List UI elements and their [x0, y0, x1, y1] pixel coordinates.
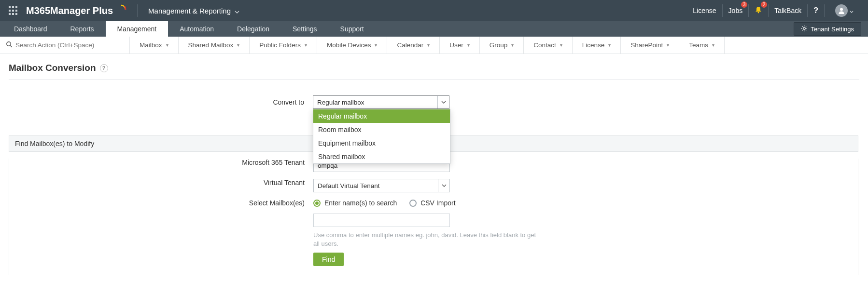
topbar-right: License Jobs 3 2 TalkBack ?: [687, 4, 859, 17]
talkback-label: TalkBack: [774, 7, 801, 14]
main-tabs: Dashboard Reports Management Automation …: [0, 21, 868, 37]
page-title: Mailbox Conversion ?: [9, 63, 859, 73]
subnav-mailbox[interactable]: Mailbox▾: [130, 37, 179, 54]
top-section-dropdown[interactable]: Management & Reporting: [148, 7, 239, 15]
form-area: Convert to Regular mailbox Regular mailb…: [9, 93, 858, 275]
chevron-down-icon: ▾: [375, 42, 377, 48]
subnav-contact[interactable]: Contact▾: [524, 37, 573, 54]
subnav-mobile-devices[interactable]: Mobile Devices▾: [317, 37, 388, 54]
brand: M365 Manager Plus: [26, 4, 126, 17]
radio-csv-import[interactable]: CSV Import: [409, 199, 455, 207]
chevron-down-icon: ▾: [608, 42, 611, 48]
convert-to-control: Regular mailbox Regular mailbox Room mai…: [313, 95, 453, 109]
subnav-label: Mailbox: [140, 41, 162, 49]
find-section: Microsoft 365 Tenant ompqa Virtual Tenan…: [9, 159, 858, 275]
bell-icon: [755, 6, 762, 15]
svg-point-0: [758, 12, 759, 13]
select-mailboxes-label: Select Mailbox(es): [9, 199, 313, 207]
radio-group: Enter name(s) to search CSV Import: [313, 199, 456, 207]
chevron-down-icon: ▾: [166, 42, 168, 48]
convert-to-dropdown: Regular mailbox Room mailbox Equipment m…: [313, 109, 450, 164]
subnav-label: User: [449, 41, 463, 49]
chevron-down-icon: [437, 96, 449, 108]
chevron-down-icon: ▾: [511, 42, 514, 48]
tab-settings[interactable]: Settings: [281, 21, 329, 37]
search-icon: [6, 41, 13, 49]
brand-logo-icon: [116, 4, 126, 17]
subnav-group[interactable]: Group▾: [480, 37, 524, 54]
find-button[interactable]: Find: [313, 253, 344, 266]
user-avatar-icon: [835, 4, 848, 17]
option-regular-mailbox[interactable]: Regular mailbox: [313, 109, 450, 123]
jobs-link[interactable]: Jobs 3: [723, 4, 749, 17]
chevron-down-icon: ▾: [427, 42, 430, 48]
svg-point-2: [803, 27, 805, 29]
license-link[interactable]: License: [687, 4, 722, 17]
search-action-wrap: [3, 37, 130, 54]
chevron-down-icon: ▾: [305, 42, 307, 48]
subnav-label: License: [582, 41, 605, 49]
convert-to-value: Regular mailbox: [317, 99, 364, 106]
tab-management[interactable]: Management: [106, 21, 168, 37]
subnav-calendar[interactable]: Calendar▾: [387, 37, 440, 54]
user-menu[interactable]: [825, 4, 859, 17]
row-select-mailboxes: Select Mailbox(es) Enter name(s) to sear…: [9, 199, 858, 207]
vtenant-select[interactable]: Default Virtual Tenant: [313, 179, 450, 192]
tab-support[interactable]: Support: [329, 21, 376, 37]
radio-enter-names-label: Enter name(s) to search: [324, 199, 397, 207]
chevron-down-icon: [850, 7, 854, 14]
select-mailboxes-control: Enter name(s) to search CSV Import: [313, 199, 456, 207]
subnav-license[interactable]: License▾: [573, 37, 621, 54]
row-convert-to: Convert to Regular mailbox Regular mailb…: [9, 93, 858, 111]
svg-line-4: [10, 45, 12, 47]
radio-enter-names[interactable]: Enter name(s) to search: [313, 199, 397, 207]
chevron-down-icon: ▾: [560, 42, 562, 48]
subnav-label: Calendar: [397, 41, 423, 49]
tenant-settings-label: Tenant Settings: [811, 26, 854, 33]
option-equipment-mailbox[interactable]: Equipment mailbox: [313, 136, 450, 150]
vtenant-label: Virtual Tenant: [9, 179, 313, 187]
chevron-down-icon: ▾: [667, 42, 669, 48]
help-icon[interactable]: ?: [100, 64, 108, 72]
option-room-mailbox[interactable]: Room mailbox: [313, 123, 450, 136]
tab-delegation[interactable]: Delegation: [225, 21, 281, 37]
subnav-label: Public Folders: [259, 41, 301, 49]
license-label: License: [693, 7, 716, 14]
radio-csv-label: CSV Import: [420, 199, 455, 207]
names-input[interactable]: [313, 214, 450, 227]
tenant-settings-button[interactable]: Tenant Settings: [794, 22, 861, 36]
chevron-down-icon: [438, 179, 449, 192]
svg-point-1: [840, 8, 843, 11]
chevron-down-icon: ▾: [237, 42, 239, 48]
tenant-label: Microsoft 365 Tenant: [9, 159, 313, 166]
apps-grid-icon[interactable]: [9, 6, 17, 15]
convert-to-label: Convert to: [9, 98, 313, 106]
row-names-input: Use comma to enter multiple names eg. jo…: [9, 214, 858, 266]
tab-reports[interactable]: Reports: [59, 21, 106, 37]
tab-dashboard[interactable]: Dashboard: [2, 21, 59, 37]
radio-dot-icon: [409, 200, 417, 207]
topbar: M365 Manager Plus Management & Reporting…: [0, 0, 868, 21]
help-button[interactable]: ?: [808, 4, 825, 17]
page-content: Mailbox Conversion ? Convert to Regular …: [0, 54, 868, 284]
subnav-teams[interactable]: Teams▾: [679, 37, 725, 54]
subnav-label: Mobile Devices: [327, 41, 371, 49]
search-action-input[interactable]: [15, 39, 126, 52]
divider: [9, 79, 859, 80]
subnav-sharepoint[interactable]: SharePoint▾: [621, 37, 679, 54]
subnav-user[interactable]: User▾: [440, 37, 480, 54]
brand-rest: Manager Plus: [50, 5, 113, 16]
subnav-shared-mailbox[interactable]: Shared Mailbox▾: [179, 37, 250, 54]
tab-automation[interactable]: Automation: [168, 21, 225, 37]
page-title-text: Mailbox Conversion: [9, 63, 96, 73]
subnav-label: Group: [490, 41, 508, 49]
option-shared-mailbox[interactable]: Shared mailbox: [313, 150, 450, 163]
talkback-link[interactable]: TalkBack: [769, 4, 808, 17]
subnav: Mailbox▾ Shared Mailbox▾ Public Folders▾…: [0, 37, 868, 54]
help-icon: ?: [813, 6, 818, 15]
convert-to-select[interactable]: Regular mailbox Regular mailbox Room mai…: [313, 95, 449, 109]
subnav-public-folders[interactable]: Public Folders▾: [250, 37, 317, 54]
subnav-label: Teams: [689, 41, 708, 49]
notifications-button[interactable]: 2: [749, 4, 769, 17]
svg-point-3: [7, 42, 11, 46]
